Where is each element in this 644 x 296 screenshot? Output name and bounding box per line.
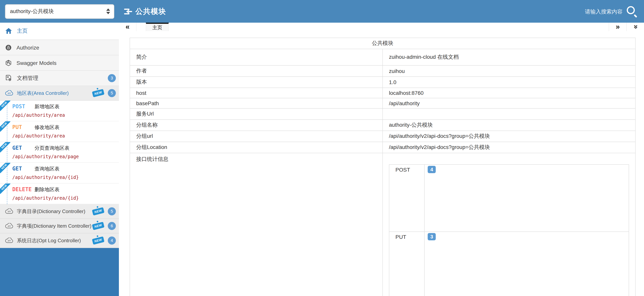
tabs-scroll-right-button[interactable]: » <box>609 23 626 31</box>
svg-text:API: API <box>8 211 11 213</box>
table-row: 分组名称 authority-公共模块 <box>130 120 635 131</box>
row-label: 作者 <box>130 66 382 77</box>
api-cloud-icon: API <box>5 90 14 96</box>
table-row: 公共模块 <box>130 38 635 49</box>
method-label: GET <box>12 145 34 151</box>
operation-put-area[interactable]: NEW PUT 修改地区表 /api/authority/area <box>0 121 119 142</box>
sidebar-item-doc-manage[interactable]: 文档管理 3 <box>0 71 119 86</box>
sidebar-group-area-controller[interactable]: API 地区表(Area Controller) NEW 5 <box>0 86 119 101</box>
sidebar-item-home[interactable]: 主页 <box>0 23 119 40</box>
new-tag: NEW <box>92 222 104 230</box>
operation-delete-area[interactable]: NEW DELETE 删除地区表 /api/authority/area/{id… <box>0 183 119 204</box>
operation-get-area-page[interactable]: NEW GET 分页查询地区表 /api/authority/area/page <box>0 142 119 163</box>
app: authority-公共模块 公共模块 <box>0 0 644 296</box>
search-area <box>557 0 639 23</box>
row-value: /api/authority <box>382 98 635 108</box>
page-title: 公共模块 <box>136 6 166 16</box>
chevron-double-down-icon: « <box>631 25 640 29</box>
row-value: authority-公共模块 <box>382 120 635 131</box>
module-info-table: 公共模块 简介 zuihou-admin-cloud 在线文档 作者 zuiho… <box>130 38 636 296</box>
row-label: 服务Url <box>130 108 382 120</box>
table-row: 作者 zuihou <box>130 66 635 77</box>
new-ribbon-icon: NEW <box>0 183 10 194</box>
sidebar-group-dictionary-controller[interactable]: API 字典目录(Dictionary Controller) NEW 5 <box>0 204 119 219</box>
row-value: 1.0 <box>382 77 635 88</box>
group-select[interactable]: authority-公共模块 <box>5 4 114 19</box>
sidebar-item-label: Swagger Models <box>16 60 56 66</box>
table-row: 版本 1.0 <box>130 77 635 88</box>
new-tag: NEW <box>92 89 104 97</box>
row-label: 简介 <box>130 49 382 66</box>
operation-get-area-id[interactable]: NEW GET 查询地区表 /api/authority/area/{id} <box>0 163 119 183</box>
stats-row: PUT 3 <box>389 232 629 296</box>
row-label: 分组Location <box>130 142 382 153</box>
doc-count-badge: 3 <box>108 74 116 82</box>
tabs-scroll-left-button[interactable]: « <box>119 23 136 31</box>
operation-name: 新增地区表 <box>34 103 60 110</box>
sidebar-group-dictionary-item-controller[interactable]: API 字典项(Dictionary Item Controller) NEW … <box>0 219 119 233</box>
stats-count-badge: 4 <box>428 166 436 173</box>
stats-method: PUT <box>389 232 424 296</box>
sidebar-item-swagger-models[interactable]: Swagger Models <box>0 55 119 71</box>
search-icon[interactable] <box>626 5 639 18</box>
app-title-wrap: 公共模块 <box>124 6 166 16</box>
stats-method: POST <box>389 164 424 232</box>
operation-path: /api/authority/area <box>12 113 117 118</box>
sidebar: 主页 Authorize Swagger Models <box>0 23 119 296</box>
row-value: localhost:8760 <box>382 88 635 98</box>
home-doc-panel: 公共模块 简介 zuihou-admin-cloud 在线文档 作者 zuiho… <box>119 31 644 296</box>
row-label: 版本 <box>130 77 382 88</box>
row-label: basePath <box>130 98 382 108</box>
table-row: 接口统计信息 POST 4 PUT 3 <box>130 153 635 296</box>
table-row: 分组url /api/authority/v2/api-docs?group=公… <box>130 131 635 142</box>
table-row: 服务Url <box>130 108 635 120</box>
svg-text:API: API <box>8 225 11 227</box>
operation-name: 修改地区表 <box>34 124 60 131</box>
search-input[interactable] <box>557 8 622 15</box>
method-label: POST <box>12 103 34 109</box>
operation-path: /api/authority/area/{id} <box>12 175 117 180</box>
group-count-badge: 4 <box>108 236 116 244</box>
row-label: host <box>130 88 382 98</box>
main-content: « 主页 » « 公共模块 <box>119 23 644 296</box>
models-icon <box>5 60 12 66</box>
group-count-badge: 6 <box>108 222 116 230</box>
method-label: PUT <box>12 124 34 130</box>
home-icon <box>5 28 12 34</box>
method-label: GET <box>12 165 34 172</box>
svg-text:API: API <box>8 93 11 95</box>
new-tag: NEW <box>92 236 104 245</box>
group-count-badge: 5 <box>108 89 116 97</box>
operation-path: /api/authority/area/{id} <box>12 195 117 201</box>
table-row: 简介 zuihou-admin-cloud 在线文档 <box>130 49 635 66</box>
row-value: zuihou-admin-cloud 在线文档 <box>382 49 635 66</box>
group-label: 地区表(Area Controller) <box>17 90 69 97</box>
row-value: /api/authority/v2/api-docs?group=公共模块 <box>382 142 635 153</box>
operation-post-area[interactable]: NEW POST 新增地区表 /api/authority/area <box>0 101 119 121</box>
new-ribbon-icon: NEW <box>0 101 10 111</box>
tabs-menu-button[interactable]: « <box>626 23 644 31</box>
row-label: 分组url <box>130 131 382 142</box>
sidebar-item-label: Authorize <box>16 44 39 51</box>
new-ribbon-icon: NEW <box>0 163 10 173</box>
api-cloud-icon: API <box>5 238 14 243</box>
sidebar-item-label: 文档管理 <box>17 75 38 82</box>
table-title: 公共模块 <box>130 38 635 49</box>
svg-text:API: API <box>8 240 11 242</box>
row-label: 接口统计信息 <box>130 153 382 296</box>
tab-bar: « 主页 » « <box>119 23 644 31</box>
api-stats-table: POST 4 PUT 3 GET 9 <box>389 164 629 296</box>
operation-path: /api/authority/area/page <box>12 154 117 159</box>
group-select-value: authority-公共模块 <box>10 8 106 15</box>
row-value <box>382 108 635 120</box>
new-ribbon-icon: NEW <box>0 121 10 132</box>
sidebar-group-opt-log-controller[interactable]: API 系统日志(Opt Log Controller) NEW 4 <box>0 233 119 248</box>
group-label: 字典目录(Dictionary Controller) <box>17 208 85 215</box>
doc-manage-icon <box>5 75 12 81</box>
method-label: DELETE <box>12 186 34 192</box>
table-row: 分组Location /api/authority/v2/api-docs?gr… <box>130 142 635 153</box>
stats-count-badge: 3 <box>428 233 436 240</box>
tab-home[interactable]: 主页 <box>146 23 169 31</box>
row-value: zuihou <box>382 66 635 77</box>
sidebar-item-authorize[interactable]: Authorize <box>0 40 119 55</box>
